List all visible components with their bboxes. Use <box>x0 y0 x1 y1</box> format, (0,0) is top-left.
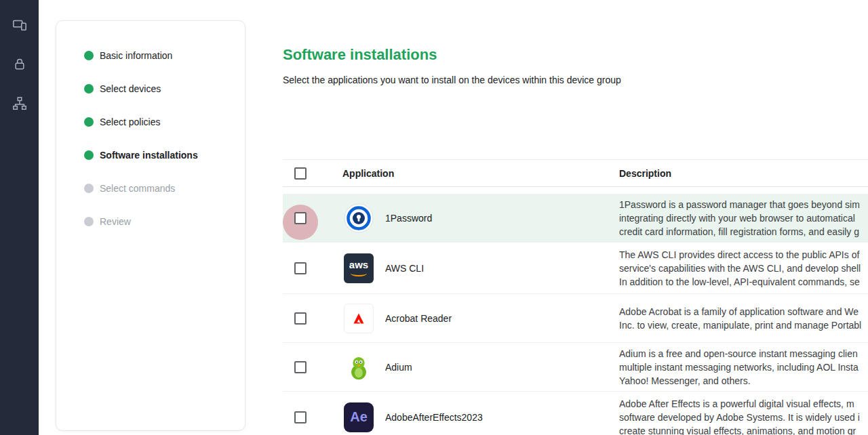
step-label: Select devices <box>100 83 161 94</box>
step-dot <box>84 51 94 60</box>
page-subtitle: Select the applications you want to inst… <box>283 75 868 85</box>
table-row[interactable]: Ae AdobeAfterEffects2023 Adobe After Eff… <box>283 392 868 435</box>
table-row[interactable]: Acrobat Reader Adobe Acrobat is a family… <box>283 294 868 343</box>
after-effects-icon: Ae <box>344 402 374 432</box>
row-checkbox[interactable] <box>294 262 307 274</box>
app-name: AdobeAfterEffects2023 <box>385 412 483 423</box>
step-basic-information[interactable]: Basic information <box>84 39 231 72</box>
step-dot <box>84 184 94 193</box>
step-label: Select policies <box>100 117 161 127</box>
description-line: In addition to the low-level, API-equiva… <box>619 275 868 289</box>
app-description: 1Password is a password manager that goe… <box>619 198 868 239</box>
step-label: Review <box>100 216 131 227</box>
step-review[interactable]: Review <box>84 205 231 238</box>
column-header-application: Application <box>342 168 394 179</box>
description-line: Adobe Acrobat is a family of application… <box>619 305 868 318</box>
step-dot <box>84 150 94 160</box>
hierarchy-icon[interactable] <box>12 96 28 112</box>
app-name: AWS CLI <box>385 263 424 274</box>
stepper-panel: Basic information Select devices Select … <box>56 20 245 431</box>
step-dot <box>84 84 94 94</box>
step-select-policies[interactable]: Select policies <box>84 105 231 138</box>
description-line: credit card information, fill registrati… <box>619 225 868 239</box>
step-label: Software installations <box>100 150 198 161</box>
app-description: Adium is a free and open-source instant … <box>619 347 868 388</box>
step-select-commands[interactable]: Select commands <box>84 171 231 205</box>
row-checkbox[interactable] <box>294 361 307 373</box>
app-description: Adobe Acrobat is a family of application… <box>619 305 868 332</box>
table-row[interactable]: 1Password 1Password is a password manage… <box>283 194 868 243</box>
table-row[interactable]: Adium Adium is a free and open-source in… <box>283 343 868 392</box>
table-body: 1Password 1Password is a password manage… <box>283 194 868 435</box>
step-select-devices[interactable]: Select devices <box>84 72 231 105</box>
app-description: The AWS CLI provides direct access to th… <box>619 248 868 289</box>
description-line: Adobe After Effects is a powerful digita… <box>619 397 868 411</box>
select-all-checkbox[interactable] <box>294 167 307 180</box>
description-line: The AWS CLI provides direct access to th… <box>619 248 868 262</box>
description-line: multiple instant messaging networks, inc… <box>619 360 868 374</box>
description-line: integrating directly with your web brows… <box>619 211 868 225</box>
applications-table: Application Description <box>283 159 868 435</box>
description-line: Adium is a free and open-source instant … <box>619 347 868 360</box>
description-line: service's capabilities with the AWS CLI,… <box>619 262 868 275</box>
devices-icon[interactable] <box>12 17 28 33</box>
description-line: software developed by Adobe Systems. It … <box>619 411 868 424</box>
description-line: 1Password is a password manager that goe… <box>619 198 868 211</box>
table-header: Application Description <box>283 159 868 187</box>
nav-sidebar <box>0 0 39 435</box>
page-title: Software installations <box>283 46 868 64</box>
app-description: Adobe After Effects is a powerful digita… <box>619 397 868 435</box>
app-name: 1Password <box>385 213 432 224</box>
column-header-description: Description <box>619 168 671 179</box>
aws-cli-icon: aws <box>344 253 374 283</box>
row-checkbox[interactable] <box>294 411 307 423</box>
table-row[interactable]: aws AWS CLI The AWS CLI provides direct … <box>283 243 868 294</box>
step-label: Basic information <box>100 50 172 61</box>
app-name: Acrobat Reader <box>385 313 452 324</box>
description-line: Yahoo! Messenger, and others. <box>619 374 868 388</box>
description-line: create stunning visual effects, animatio… <box>619 424 868 435</box>
row-checkbox[interactable] <box>294 312 307 325</box>
step-dot <box>84 217 94 226</box>
step-software-installations[interactable]: Software installations <box>84 138 231 171</box>
description-line: Inc. to view, create, manipulate, print … <box>619 318 868 332</box>
main-content: Software installations Select the applic… <box>260 0 868 435</box>
adium-icon <box>344 352 374 382</box>
step-label: Select commands <box>100 183 175 194</box>
app-name: Adium <box>385 362 412 373</box>
acrobat-reader-icon <box>344 304 374 333</box>
lock-icon[interactable] <box>12 56 28 72</box>
1password-icon <box>344 203 374 233</box>
row-checkbox[interactable] <box>294 212 307 224</box>
step-dot <box>84 117 94 127</box>
